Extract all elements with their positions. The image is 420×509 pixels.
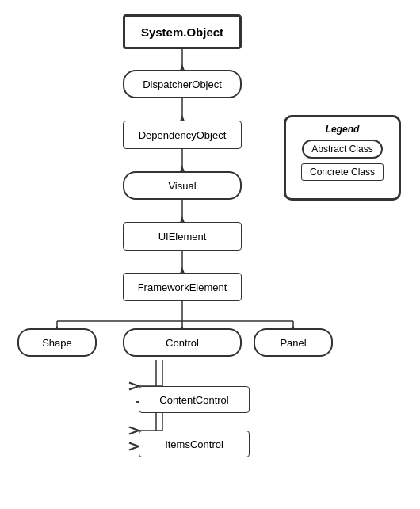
node-control: Control — [123, 328, 242, 357]
node-shape: Shape — [17, 328, 97, 357]
node-system-object: System.Object — [123, 14, 242, 49]
node-dependency-object: DependencyObject — [123, 121, 242, 149]
node-content-control: ContentControl — [139, 386, 250, 413]
node-panel: Panel — [254, 328, 333, 357]
legend-concrete-item: Concrete Class — [296, 163, 389, 181]
node-visual: Visual — [123, 171, 242, 200]
legend-abstract-label: Abstract Class — [302, 140, 382, 159]
node-items-control: ItemsControl — [139, 431, 250, 457]
diagram: System.Object DispatcherObject Dependenc… — [0, 0, 420, 509]
node-framework-element: FrameworkElement — [123, 273, 242, 301]
legend-title: Legend — [296, 124, 389, 135]
node-ui-element: UIElement — [123, 222, 242, 251]
node-dispatcher-object: DispatcherObject — [123, 70, 242, 98]
legend-concrete-label: Concrete Class — [301, 163, 384, 181]
legend-box: Legend Abstract Class Concrete Class — [284, 115, 401, 201]
legend-abstract-item: Abstract Class — [296, 140, 389, 159]
